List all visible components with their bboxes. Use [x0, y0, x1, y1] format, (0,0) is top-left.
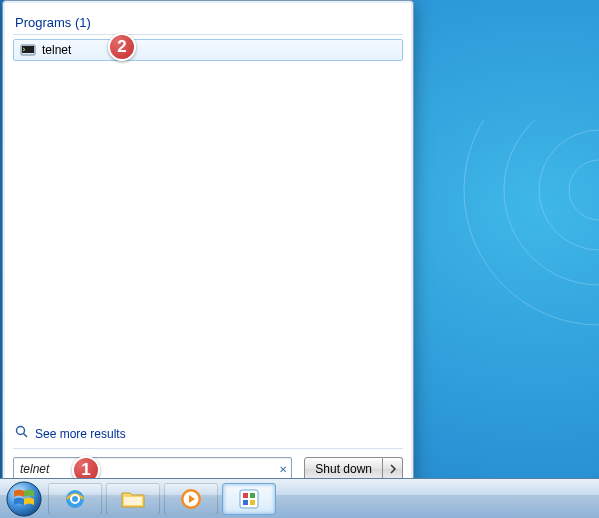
wallpaper-glow — [399, 120, 599, 380]
see-more-results[interactable]: See more results — [13, 421, 403, 448]
result-item-label: telnet — [42, 43, 71, 57]
taskbar-item-explorer[interactable] — [106, 483, 160, 515]
svg-line-7 — [24, 434, 28, 438]
app-icon — [237, 487, 261, 511]
svg-point-6 — [17, 427, 25, 435]
taskbar-item-active-app[interactable] — [222, 483, 276, 515]
svg-point-0 — [569, 160, 599, 220]
taskbar-item-media-player[interactable] — [164, 483, 218, 515]
divider — [13, 34, 403, 35]
start-menu-footer: ✕ Shut down — [13, 448, 403, 481]
svg-point-2 — [504, 120, 599, 285]
result-item-telnet[interactable]: telnet — [13, 39, 403, 61]
terminal-icon — [20, 42, 36, 58]
svg-point-3 — [464, 120, 599, 325]
start-menu: Programs (1) telnet See more results — [2, 0, 414, 490]
start-button[interactable] — [4, 479, 44, 519]
svg-rect-11 — [124, 497, 142, 505]
taskbar — [0, 478, 599, 518]
clear-search-icon[interactable]: ✕ — [279, 464, 287, 475]
internet-explorer-icon — [62, 486, 88, 512]
svg-rect-14 — [240, 490, 258, 508]
svg-rect-16 — [250, 493, 255, 498]
chevron-right-icon — [389, 464, 397, 474]
file-explorer-icon — [120, 488, 146, 510]
svg-rect-17 — [243, 500, 248, 505]
svg-rect-15 — [243, 493, 248, 498]
search-input[interactable] — [14, 458, 291, 480]
see-more-label: See more results — [35, 427, 126, 441]
annotation-badge-2: 2 — [108, 33, 136, 61]
svg-rect-18 — [250, 500, 255, 505]
section-programs-header: Programs (1) — [13, 9, 403, 32]
media-player-icon — [178, 486, 204, 512]
taskbar-item-ie[interactable] — [48, 483, 102, 515]
search-results: telnet — [13, 39, 403, 421]
svg-point-1 — [539, 130, 599, 250]
search-icon — [15, 425, 29, 442]
svg-rect-5 — [22, 46, 34, 53]
